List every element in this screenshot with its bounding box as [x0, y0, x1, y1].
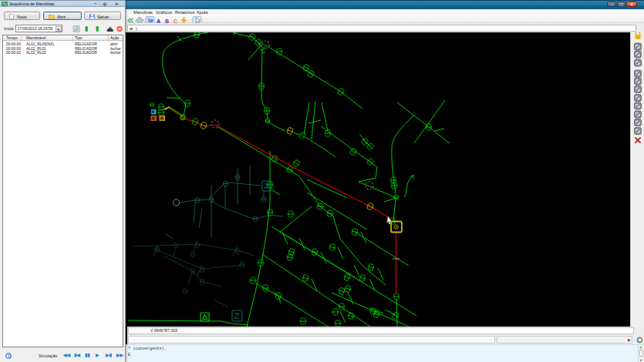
svg-text:3ø: 3ø: [147, 18, 153, 23]
